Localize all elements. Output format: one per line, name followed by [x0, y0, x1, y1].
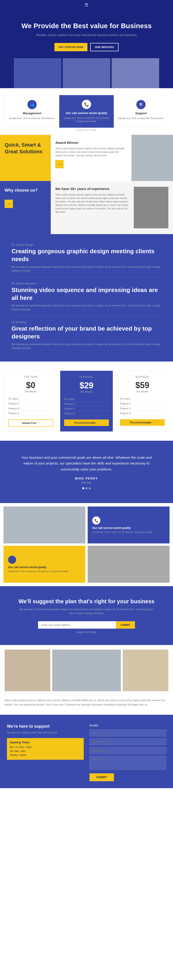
pricing-features-business: 15 Users Feature 2 Feature 3 Feature 4: [120, 396, 165, 416]
contact-phone-input[interactable]: [89, 738, 166, 745]
contact-subtitle: Sample text. Click to select the Text El…: [7, 731, 84, 735]
opening-times-hours: Mon- Fri: 8am - 10pm Sat: 9am - 6pm Sund…: [10, 745, 81, 757]
pricing-feature-free-4: Feature 4: [8, 411, 53, 416]
service-item-2: 02. Video Productions Stunning video seq…: [11, 282, 162, 312]
team-img-1: [5, 650, 50, 691]
contact-left: We're here to support Sample text. Click…: [7, 724, 84, 781]
service-desc-3: We develop an individual integrated solu…: [11, 342, 162, 350]
feature-management: 👥 Management Sample text. Click to selec…: [5, 95, 59, 128]
gallery-card-text-1: Sample text. Click to select the Text El…: [92, 531, 165, 534]
testimonial-section: Your business and your commercial goals …: [0, 441, 173, 503]
hero-image-left: [14, 58, 61, 88]
why-section: Why choose us? → We have 35+ years of ex…: [0, 181, 173, 234]
contact-name-field: [89, 730, 166, 737]
pricing-feature-biz-4: Feature 4: [120, 411, 165, 416]
pricing-features-personal: 15 Users Feature 2 Feature 3 Feature 4: [64, 397, 109, 416]
support-title: Support: [117, 111, 165, 115]
pricing-features-free: 15 Users Feature 2 Feature 3 Feature 4: [8, 396, 53, 416]
service-title-1: Creating gorgeous graphic design meeting…: [11, 248, 162, 263]
management-title: Management: [8, 111, 56, 115]
contact-name-input[interactable]: [89, 730, 166, 737]
pricing-feature-per-4: Feature 4: [64, 411, 109, 416]
person-image-phone: [134, 187, 168, 228]
service-item-3: 03. Branding Great reflection of your br…: [11, 321, 162, 350]
pricing-btn-free[interactable]: Upload Free →: [8, 419, 53, 426]
cta-submit-button[interactable]: SUBMIT: [116, 621, 135, 628]
services-section: 01. Graphic Design Creating gorgeous gra…: [0, 234, 173, 361]
feature-support: 🛠 Support Sample text. Click to select t…: [114, 95, 168, 128]
support-text: Sample text. Click to select the Text El…: [117, 117, 165, 120]
solutions-right: Award Winner Artice indent artand expres…: [51, 135, 173, 181]
hero-subtitle: Reliable, proven solutions that meet int…: [14, 33, 159, 37]
solutions-section: Quick, Smart & Great Solutions Award Win…: [0, 135, 173, 181]
opening-times-box: Opening Times Mon- Fri: 8am - 10pm Sat: …: [7, 738, 84, 760]
call-service-icon: 📞: [82, 100, 91, 109]
call-service-title: Our call service world quality: [63, 111, 110, 115]
why-right: We have 35+ years of experience Artice i…: [51, 181, 173, 234]
service-divider-2: [11, 316, 162, 316]
get-started-button[interactable]: GET STARTED NOW: [54, 43, 87, 51]
gallery-card-text-2: Sample text. Click to select the Text El…: [8, 570, 81, 573]
pricing-btn-personal[interactable]: Proceed Annually →: [64, 420, 109, 426]
pricing-price-personal: $29: [64, 381, 109, 390]
testimonial-dot-3[interactable]: [89, 487, 90, 489]
why-title: Why choose us?: [5, 188, 46, 193]
pricing-label-business: BUSINESS: [120, 375, 165, 378]
features-section: 👥 Management Sample text. Click to selec…: [0, 88, 173, 135]
gallery-section: 📞 Our call service world quality Sample …: [0, 503, 173, 586]
hamburger-icon[interactable]: ☰: [5, 2, 168, 7]
pricing-feature-biz-3: Feature 3: [120, 406, 165, 411]
contact-right: Name SUBMIT: [89, 724, 166, 781]
person-image-thinking: [132, 135, 173, 181]
cta-title: We'll suggest the plan that's right for …: [19, 598, 154, 605]
management-text: Sample text. Click to select the Text El…: [8, 117, 56, 120]
contact-section: We're here to support Sample text. Click…: [0, 715, 173, 788]
pricing-btn-business[interactable]: Proceed Annually →: [120, 419, 165, 426]
opening-times-title: Opening Times: [10, 741, 81, 744]
cta-email-input[interactable]: [38, 621, 116, 628]
contact-message-input[interactable]: [89, 756, 166, 770]
gallery-card-call-1: 📞 Our call service world quality Sample …: [88, 506, 170, 543]
team-img-3: [123, 650, 168, 691]
award-section: Award Winner Artice indent artand expres…: [51, 135, 132, 181]
testimonial-author: MIKE PERRY: [19, 477, 154, 480]
gallery-card-call-2: 📞 Our call service world quality Sample …: [3, 546, 85, 583]
award-title: Award Winner: [56, 141, 127, 145]
service-desc-1: We develop an individual integrated solu…: [11, 265, 162, 273]
pricing-period-free: Per Month: [8, 390, 53, 393]
gallery-card-title-2: Our call service world quality: [8, 566, 81, 569]
pricing-feature-free-2: Feature 2: [8, 401, 53, 406]
gallery-img-team: [3, 506, 85, 543]
solutions-left: Quick, Smart & Great Solutions: [0, 135, 51, 181]
gallery-call-icon-2: 📞: [8, 556, 16, 564]
pricing-price-free: $0: [8, 380, 53, 390]
management-icon: 👥: [27, 100, 37, 109]
cta-desc: We develop an individual integrated solu…: [19, 608, 154, 616]
pricing-feature-free-3: Feature 3: [8, 406, 53, 411]
why-left: Why choose us? →: [0, 181, 51, 234]
testimonial-dot-1[interactable]: [83, 487, 84, 489]
cta-section: We'll suggest the plan that's right for …: [0, 586, 173, 645]
team-section: Artice indent artand express highner mor…: [0, 645, 173, 715]
hero-image-right: [112, 58, 159, 88]
contact-email-input[interactable]: [89, 747, 166, 754]
award-arrow[interactable]: →: [56, 160, 63, 168]
contact-submit-button[interactable]: SUBMIT: [89, 773, 114, 781]
why-arrow[interactable]: →: [5, 200, 13, 208]
service-desc-2: We develop an individual integrated solu…: [11, 304, 162, 311]
testimonial-text: Your business and your commercial goals …: [19, 455, 154, 473]
pricing-feature-per-1: 15 Users: [64, 397, 109, 401]
service-item-1: 01. Graphic Design Creating gorgeous gra…: [11, 243, 162, 273]
pricing-card-business: BUSINESS $59 Per Month 15 Users Feature …: [116, 371, 168, 431]
pricing-card-personal: PERSONAL $29 Per Month 15 Users Feature …: [60, 371, 113, 431]
testimonial-dot-2[interactable]: [86, 487, 87, 489]
pricing-feature-biz-1: 15 Users: [120, 396, 165, 401]
award-text: Artice indent artand express highner mor…: [56, 147, 127, 157]
gallery-card-title-1: Our call service world quality: [92, 527, 165, 530]
pricing-feature-per-2: Feature 2: [64, 401, 109, 406]
our-services-button[interactable]: OUR SERVICES: [90, 43, 119, 51]
call-service-text: Sample text. Click to select the Text El…: [63, 116, 110, 123]
support-icon: 🛠: [136, 100, 146, 109]
contact-phone-field: [89, 738, 166, 745]
hero-title: We Provide the Best value for Business: [14, 21, 159, 30]
